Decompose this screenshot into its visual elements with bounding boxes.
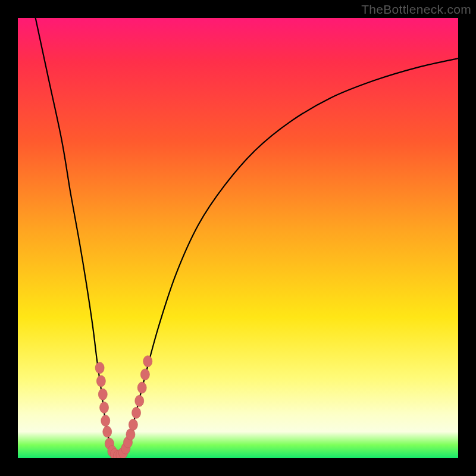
chart-frame: TheBottleneck.com xyxy=(0,0,476,476)
data-marker xyxy=(132,407,141,418)
data-marker xyxy=(100,402,109,413)
data-marker xyxy=(137,382,146,393)
data-marker xyxy=(95,362,104,374)
data-marker xyxy=(98,389,107,400)
data-marker xyxy=(129,419,137,430)
data-markers xyxy=(95,356,152,458)
data-marker xyxy=(101,415,110,427)
data-marker xyxy=(103,426,112,437)
data-marker xyxy=(96,375,105,387)
bottleneck-curve xyxy=(36,18,458,456)
bottleneck-curve-svg xyxy=(18,18,458,458)
data-marker xyxy=(135,395,144,406)
data-marker xyxy=(140,369,149,380)
data-marker xyxy=(143,356,152,367)
plot-area xyxy=(18,18,458,458)
watermark-text: TheBottleneck.com xyxy=(361,2,471,17)
